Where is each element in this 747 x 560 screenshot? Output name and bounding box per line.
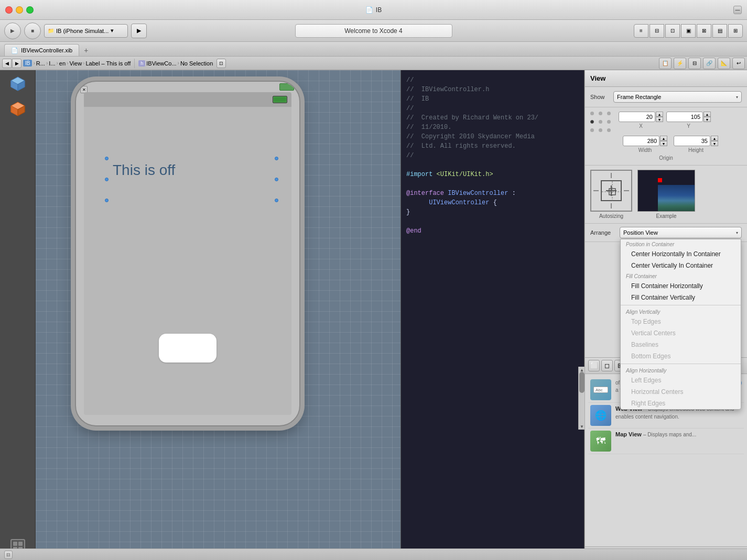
window-controls: — (733, 6, 742, 14)
code-line-5: // Created by Richard Wentk on 23/ (406, 113, 579, 123)
dropdown-item-center-h[interactable]: Center Horizontally In Container (621, 248, 741, 260)
width-increment[interactable]: ▲ (660, 136, 667, 141)
dropdown-item-center-v[interactable]: Center Vertically In Container (621, 260, 741, 271)
y-stepper[interactable]: ▲ ▼ (703, 112, 711, 122)
action-button[interactable]: ▶ (131, 24, 147, 38)
welcome-banner: Welcome to Xcode 4 (295, 24, 452, 38)
arrange-dropdown-menu: Position in Container Center Horizontall… (620, 239, 741, 410)
y-increment[interactable]: ▲ (703, 112, 711, 117)
breadcrumb: IB › R... › I... › en › View › Label – T… (23, 60, 131, 67)
dropdown-section-position: Position in Container (621, 239, 741, 248)
add-tab-button[interactable]: + (81, 46, 91, 55)
code-line-14: UIViewController { (406, 198, 579, 207)
height-stepper[interactable]: ▲ ▼ (711, 136, 718, 146)
arrange-dropdown[interactable]: Position View ▾ Position in Container Ce… (620, 227, 742, 238)
dropdown-item-baselines: Baselines (621, 339, 741, 350)
show-dropdown[interactable]: Frame Rectangle ▾ (613, 91, 742, 103)
autosizing-box[interactable] (590, 170, 632, 212)
minimize-button[interactable] (16, 6, 23, 14)
inspector-tab-1[interactable]: 📋 (659, 58, 672, 69)
right-scroll-thumb[interactable] (579, 372, 584, 393)
scope-btn[interactable]: ⊡ (216, 59, 226, 68)
y-decrement[interactable]: ▼ (703, 117, 711, 122)
scroll-up-btn[interactable]: ▲ (579, 367, 585, 373)
nav-forward[interactable]: ▶ (12, 59, 21, 68)
dropdown-item-horizontal-centers: Horizontal Centers (621, 386, 741, 398)
view-btn-7[interactable]: ⊞ (728, 24, 743, 38)
selection-dot-tr (275, 157, 278, 160)
view-btn-3[interactable]: ⊡ (665, 24, 680, 38)
view-btn-4[interactable]: ▣ (681, 24, 696, 38)
dropdown-divider-2 (621, 364, 741, 364)
view-btn-1[interactable]: ≡ (634, 24, 648, 38)
canvas[interactable]: ✕ (36, 70, 401, 560)
example-widget: Example (637, 170, 695, 219)
nav-back[interactable]: ◀ (2, 59, 12, 68)
view-btn-2[interactable]: ⊟ (649, 24, 664, 38)
inspector-tab-3[interactable]: ⊟ (688, 58, 701, 69)
library-item-mapview: 🗺 Map View – Displays maps and... (588, 429, 744, 454)
inspector-tab-6[interactable]: ↩ (732, 58, 745, 69)
code-line-4: // (406, 104, 579, 113)
width-input-group: 280 ▲ ▼ (623, 136, 667, 146)
example-red-dot (658, 178, 662, 182)
dropdown-item-left-edges: Left Edges (621, 375, 741, 386)
code-line-12 (406, 179, 579, 189)
height-decrement[interactable]: ▼ (711, 141, 718, 146)
sidebar-3d-cube-2[interactable] (8, 100, 27, 118)
phone-frame: ✕ (75, 81, 300, 426)
view-btn-5[interactable]: ⊠ (697, 24, 711, 38)
x-stepper[interactable]: ▲ ▼ (656, 112, 663, 122)
battery-indicator (279, 83, 294, 91)
selection-dot-mr (275, 178, 278, 181)
width-stepper[interactable]: ▲ ▼ (660, 136, 667, 146)
dropdown-item-fill-v[interactable]: Fill Container Vertically (621, 292, 741, 303)
arrange-row: Arrange Position View ▾ Position in Cont… (590, 227, 742, 238)
lib-tab-1[interactable]: ⬜ (588, 360, 600, 371)
view-btn-6[interactable]: ▤ (712, 24, 727, 38)
tab-ibviewcontroller[interactable]: 📄 IBViewController.xib (4, 44, 79, 56)
selection-dot-ml (105, 178, 109, 181)
lib-tab-2[interactable]: ◻ (601, 360, 613, 371)
right-panel: View Show Frame Rectangle ▾ (584, 70, 747, 560)
nav-bar: ◀ ▶ IB › R... › I... › en › View › Label… (0, 57, 747, 70)
inspector-tab-2[interactable]: ⚡ (674, 58, 686, 69)
stop-icon: ■ (31, 28, 34, 34)
dropdown-item-fill-h[interactable]: Fill Container Horizontally (621, 280, 741, 292)
width-decrement[interactable]: ▼ (660, 141, 667, 146)
inspector-tab-4[interactable]: 🔗 (703, 58, 716, 69)
main-content: ✕ (0, 70, 747, 560)
code-line-7: // Copyright 2010 Skydancer Media (406, 132, 579, 141)
x-input[interactable]: 20 (619, 112, 655, 122)
scheme-selector[interactable]: 📁 IB (iPhone Simulat... ▾ (44, 24, 128, 38)
inspector-tab-5[interactable]: 📐 (718, 58, 730, 69)
height-increment[interactable]: ▲ (711, 136, 718, 141)
code-line-16 (406, 217, 579, 226)
action-icon: ▶ (137, 27, 141, 34)
zoom-button[interactable] (26, 6, 34, 14)
stop-button[interactable]: ■ (24, 23, 41, 39)
collapse-btn[interactable]: — (733, 6, 742, 14)
run-button[interactable]: ▶ (4, 23, 21, 39)
left-sidebar (0, 70, 36, 560)
height-input[interactable]: 35 (674, 136, 710, 146)
button-element[interactable] (159, 334, 216, 363)
code-editor[interactable]: // // IBViewController.h // IB // // Cre… (401, 70, 584, 560)
label-element[interactable]: This is off (113, 162, 175, 179)
status-nav-btn[interactable]: ⊟ (4, 551, 13, 559)
code-line-10 (406, 160, 579, 170)
autosizing-widget: Autosizing (590, 170, 632, 219)
battery-icon (273, 96, 287, 103)
close-button[interactable] (5, 6, 13, 14)
y-input-group: 105 ▲ ▼ (666, 112, 711, 122)
y-input[interactable]: 105 (666, 112, 703, 122)
x-increment[interactable]: ▲ (656, 112, 663, 117)
sidebar-3d-cube-1[interactable] (8, 74, 27, 93)
scroll-down-btn[interactable]: ▼ (579, 423, 585, 430)
code-line-9: // (406, 151, 579, 160)
inspector-icon-tabs: 📋 ⚡ ⊟ 🔗 📐 ↩ (659, 58, 745, 69)
width-input[interactable]: 280 (623, 136, 659, 146)
x-decrement[interactable]: ▼ (656, 117, 663, 122)
nav-icon-ibvc: h (138, 60, 145, 67)
code-line-2: // IBViewController.h (406, 85, 579, 94)
